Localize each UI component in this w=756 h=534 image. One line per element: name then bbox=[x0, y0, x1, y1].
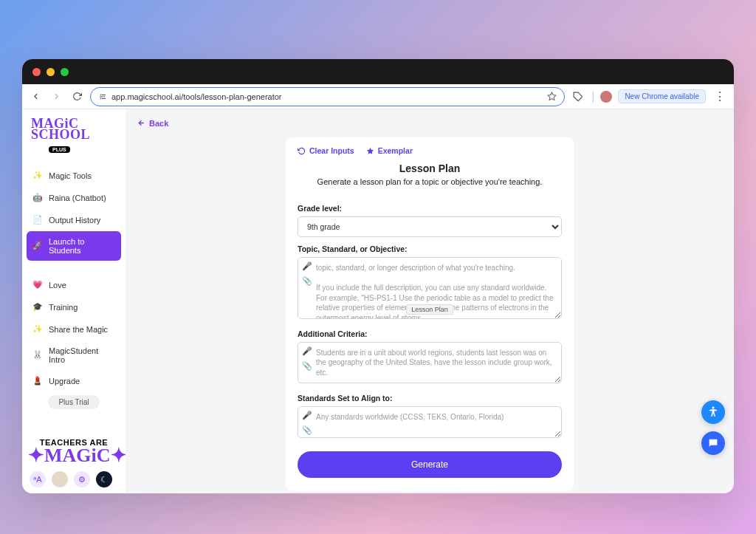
sidebar-item-share[interactable]: ✨ Share the Magic bbox=[27, 318, 121, 340]
sidebar-item-magic-tools[interactable]: ✨ Magic Tools bbox=[27, 165, 121, 187]
sidebar-item-label: Share the Magic bbox=[49, 325, 108, 334]
sidebar-item-training[interactable]: 🎓 Training bbox=[27, 296, 121, 318]
grade-level-select[interactable]: 9th grade bbox=[298, 216, 562, 237]
heart-icon: 💗 bbox=[32, 280, 43, 290]
site-settings-icon[interactable] bbox=[98, 92, 107, 101]
chat-icon[interactable] bbox=[701, 431, 725, 455]
sidebar-item-launch-students[interactable]: 🚀 Launch to Students bbox=[27, 231, 121, 261]
back-arrow-icon bbox=[137, 119, 145, 127]
grade-label: Grade level: bbox=[298, 204, 562, 213]
plus-trial-pill[interactable]: Plus Trial bbox=[48, 395, 99, 409]
form-action-chips: Clear Inputs Exemplar bbox=[298, 146, 562, 155]
standards-label: Standards Set to Align to: bbox=[298, 394, 562, 403]
app-body: MAGiC SCHOOL PLUS ✨ Magic Tools 🤖 Raina … bbox=[22, 109, 734, 493]
back-nav-icon[interactable] bbox=[28, 89, 43, 104]
accessibility-icon[interactable] bbox=[701, 400, 725, 424]
page-subtitle: Generate a lesson plan for a topic or ob… bbox=[298, 177, 562, 186]
url-bar[interactable]: app.magicschool.ai/tools/lesson-plan-gen… bbox=[90, 87, 565, 106]
chrome-update-chip[interactable]: New Chrome available bbox=[618, 89, 706, 103]
back-label: Back bbox=[149, 119, 168, 128]
window-titlebar bbox=[22, 59, 734, 84]
mic-icon[interactable]: 🎤 bbox=[302, 346, 312, 356]
sidebar-item-label: Upgrade bbox=[49, 377, 80, 386]
sidebar-item-raina[interactable]: 🤖 Raina (Chatbot) bbox=[27, 187, 121, 209]
close-icon[interactable] bbox=[32, 68, 41, 76]
additional-label: Additional Criteria: bbox=[298, 329, 562, 338]
browser-window: app.magicschool.ai/tools/lesson-plan-gen… bbox=[22, 59, 734, 493]
sidebar-nav-secondary: 💗 Love 🎓 Training ✨ Share the Magic 🐰 Ma… bbox=[22, 271, 126, 415]
document-icon: 📄 bbox=[32, 215, 43, 225]
sidebar-item-label: MagicStudent Intro bbox=[49, 346, 115, 364]
mic-icon[interactable]: 🎤 bbox=[302, 411, 312, 420]
profile-avatar[interactable] bbox=[600, 91, 612, 103]
paperclip-icon[interactable]: 📎 bbox=[302, 361, 312, 371]
moon-icon[interactable]: ☾ bbox=[96, 471, 112, 487]
sidebar: MAGiC SCHOOL PLUS ✨ Magic Tools 🤖 Raina … bbox=[22, 109, 126, 493]
main-column: Back Clear Inputs Exemplar Lesson Plan G… bbox=[126, 109, 734, 493]
additional-criteria-input[interactable] bbox=[298, 342, 562, 384]
browser-menu-icon[interactable]: ⋮ bbox=[712, 89, 728, 103]
lesson-plan-tooltip: Lesson Plan bbox=[406, 304, 453, 315]
lesson-plan-form: Clear Inputs Exemplar Lesson Plan Genera… bbox=[286, 137, 574, 491]
standards-input[interactable] bbox=[298, 406, 562, 438]
sidebar-item-magicstudent[interactable]: 🐰 MagicStudent Intro bbox=[27, 340, 121, 370]
svg-point-9 bbox=[712, 407, 715, 409]
maximize-icon[interactable] bbox=[61, 68, 69, 76]
share-sparkle-icon: ✨ bbox=[32, 324, 43, 335]
url-text: app.magicschool.ai/tools/lesson-plan-gen… bbox=[111, 92, 282, 101]
translate-icon[interactable]: ᵃA bbox=[30, 471, 46, 487]
sidebar-item-label: Launch to Students bbox=[49, 237, 115, 255]
rocket-icon: 🚀 bbox=[32, 241, 43, 251]
svg-point-2 bbox=[104, 96, 105, 97]
paperclip-icon[interactable]: 📎 bbox=[302, 276, 312, 286]
topic-label: Topic, Standard, or Objective: bbox=[298, 244, 562, 253]
forward-nav-icon[interactable] bbox=[49, 89, 63, 104]
sidebar-item-label: Training bbox=[49, 303, 78, 312]
refresh-icon bbox=[298, 147, 306, 155]
sidebar-item-label: Output History bbox=[49, 216, 100, 225]
sidebar-item-label: Raina (Chatbot) bbox=[49, 194, 106, 202]
avatar-icon[interactable] bbox=[52, 471, 68, 487]
extensions-icon[interactable] bbox=[571, 89, 585, 104]
sidebar-item-label: Love bbox=[49, 281, 66, 290]
exemplar-button[interactable]: Exemplar bbox=[366, 146, 413, 155]
page-title: Lesson Plan bbox=[298, 162, 562, 174]
back-button[interactable]: Back bbox=[137, 119, 168, 128]
minimize-icon[interactable] bbox=[47, 68, 55, 76]
mic-icon[interactable]: 🎤 bbox=[302, 261, 312, 271]
sidebar-item-love[interactable]: 💗 Love bbox=[27, 274, 121, 296]
fab-stack bbox=[701, 400, 725, 455]
sidebar-item-output-history[interactable]: 📄 Output History bbox=[27, 209, 121, 231]
paperclip-icon[interactable]: 📎 bbox=[302, 425, 312, 435]
svg-point-0 bbox=[100, 95, 101, 95]
app-logo[interactable]: MAGiC SCHOOL PLUS bbox=[22, 115, 126, 162]
robot-icon: 🤖 bbox=[32, 193, 43, 203]
bookmark-star-icon[interactable] bbox=[547, 92, 557, 101]
sidebar-item-upgrade[interactable]: 💄 Upgrade bbox=[27, 370, 121, 392]
sparkle-icon: ✨ bbox=[32, 171, 43, 181]
svg-point-4 bbox=[100, 98, 101, 99]
browser-toolbar: app.magicschool.ai/tools/lesson-plan-gen… bbox=[22, 84, 734, 109]
star-icon bbox=[366, 147, 374, 155]
easel-icon: 🎓 bbox=[32, 302, 43, 312]
clear-inputs-button[interactable]: Clear Inputs bbox=[298, 146, 354, 155]
reload-icon[interactable] bbox=[69, 89, 84, 104]
gear-icon[interactable]: ⚙ bbox=[74, 471, 90, 487]
sidebar-bottom-icons: ᵃA ⚙ ☾ bbox=[22, 465, 126, 493]
generate-button[interactable]: Generate bbox=[298, 451, 562, 478]
sidebar-nav-primary: ✨ Magic Tools 🤖 Raina (Chatbot) 📄 Output… bbox=[22, 162, 126, 264]
lipstick-icon: 💄 bbox=[32, 376, 43, 386]
sidebar-item-label: Magic Tools bbox=[49, 171, 92, 180]
bunny-icon: 🐰 bbox=[32, 350, 43, 360]
svg-marker-6 bbox=[548, 92, 556, 100]
teachers-are-magic-badge: TEACHERS ARE ✦MAGiC✦ bbox=[22, 438, 126, 465]
svg-marker-8 bbox=[367, 147, 374, 154]
